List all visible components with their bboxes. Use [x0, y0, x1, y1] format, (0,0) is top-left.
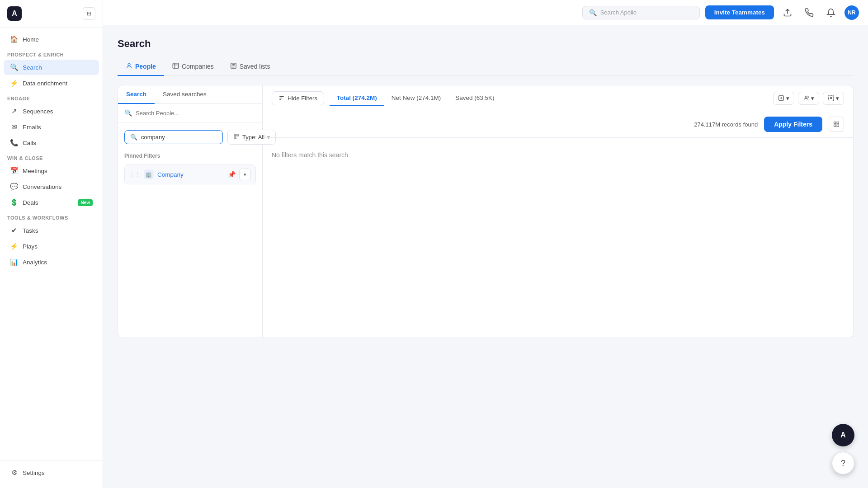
panel-tabs-group: Total (274.2M) Net New (274.1M) Saved (6…: [330, 91, 768, 105]
add-person-chevron-icon: ▾: [811, 95, 814, 102]
sidebar-item-label: Meetings: [23, 168, 47, 174]
sidebar-item-label: Data enrichment: [23, 80, 67, 87]
hide-filters-button[interactable]: Hide Filters: [272, 91, 324, 105]
search-apollo-input[interactable]: 🔍 Search Apollo: [582, 6, 700, 19]
sidebar-footer: ⚙ Settings: [0, 460, 103, 488]
phone-icon-button[interactable]: [801, 5, 817, 21]
sidebar-item-data-enrichment[interactable]: ⚡ Data enrichment: [4, 75, 99, 91]
analytics-icon: 📊: [10, 258, 18, 266]
sequences-icon: ↗: [10, 107, 18, 115]
sidebar-item-analytics[interactable]: 📊 Analytics: [4, 254, 99, 270]
deals-icon: 💲: [10, 198, 18, 206]
tab-people-label: People: [135, 63, 156, 70]
home-icon: 🏠: [10, 35, 18, 43]
panel-tab-net-new[interactable]: Net New (274.1M): [384, 91, 448, 106]
sidebar-item-sequences[interactable]: ↗ Sequences: [4, 103, 99, 119]
type-dropdown-icon: [233, 133, 240, 141]
sidebar-item-deals[interactable]: 💲 Deals New: [4, 195, 99, 210]
svg-rect-15: [834, 122, 836, 124]
sidebar-item-label: Calls: [23, 140, 36, 146]
panel-tab-saved[interactable]: Saved (63.5K): [448, 91, 501, 106]
sidebar-logo: A ⊟: [0, 0, 103, 28]
sidebar-item-label: Deals: [23, 199, 38, 206]
company-filter-label[interactable]: Company: [157, 171, 223, 178]
main-container: 🔍 Search Apollo Invite Teammates NR Sear…: [103, 0, 868, 488]
records-bar: 274.117M records found Apply Filters: [263, 111, 853, 138]
header-actions: ▾ ▾ ▾: [773, 92, 844, 105]
upload-icon-button[interactable]: [779, 5, 796, 21]
pinned-filter-item: ⋮⋮ 🏢 Company 📌 ▾: [124, 164, 256, 184]
sidebar-item-emails[interactable]: ✉ Emails: [4, 119, 99, 135]
grid-view-button[interactable]: [829, 117, 844, 132]
left-tab-search[interactable]: Search: [118, 85, 155, 104]
notification-icon-button[interactable]: [823, 5, 839, 21]
sidebar-nav: 🏠 Home Prospect & enrich 🔍 Search ⚡ Data…: [0, 28, 103, 460]
search-people-input[interactable]: [136, 110, 256, 117]
add-person-button[interactable]: ▾: [798, 92, 819, 105]
filter-search-input[interactable]: [141, 134, 217, 141]
apollo-fab-button[interactable]: A: [832, 424, 854, 446]
user-avatar[interactable]: NR: [844, 5, 859, 20]
sidebar-item-label: Sequences: [23, 108, 53, 115]
type-dropdown-label: Type: All: [242, 134, 264, 141]
svg-rect-18: [837, 125, 839, 127]
filter-search-input-wrap: 🔍: [124, 130, 223, 144]
left-tab-saved-searches[interactable]: Saved searches: [155, 85, 215, 104]
sidebar-item-label: Analytics: [23, 259, 47, 266]
svg-point-1: [128, 64, 130, 66]
two-panel: Search Saved searches 🔍 🔍: [118, 85, 854, 338]
panel-tab-total[interactable]: Total (274.2M): [330, 91, 384, 106]
topbar-search-placeholder: Search Apollo: [600, 9, 637, 16]
sidebar: A ⊟ 🏠 Home Prospect & enrich 🔍 Search ⚡ …: [0, 0, 103, 488]
view-options-button[interactable]: ▾: [823, 92, 844, 105]
sidebar-item-home[interactable]: 🏠 Home: [4, 32, 99, 47]
help-fab-button[interactable]: ?: [832, 452, 854, 474]
help-fab-icon: ?: [841, 459, 845, 468]
sidebar-item-search[interactable]: 🔍 Search: [4, 60, 99, 75]
sidebar-item-label: Conversations: [23, 183, 61, 190]
sidebar-item-meetings[interactable]: 📅 Meetings: [4, 163, 99, 178]
tab-people[interactable]: People: [118, 58, 164, 76]
collapse-sidebar-button[interactable]: ⊟: [83, 7, 95, 20]
search-people-icon: 🔍: [124, 109, 132, 117]
export-button[interactable]: ▾: [773, 92, 794, 105]
tab-saved-lists-label: Saved lists: [240, 63, 270, 70]
apply-filters-button[interactable]: Apply Filters: [764, 117, 822, 132]
tab-saved-lists[interactable]: Saved lists: [222, 58, 278, 76]
company-filter-icon: 🏢: [144, 169, 154, 179]
sidebar-section-tools: Tools & workflows: [0, 211, 103, 222]
svg-rect-2: [173, 63, 179, 68]
sidebar-item-plays[interactable]: ⚡ Plays: [4, 239, 99, 254]
fab-container: A ?: [832, 424, 854, 474]
sidebar-item-tasks[interactable]: ✔ Tasks: [4, 223, 99, 238]
svg-rect-6: [234, 137, 236, 139]
page-content: Search People Companies Saved lists: [103, 25, 868, 488]
sidebar-section-engage: Engage: [0, 91, 103, 103]
calls-icon: 📞: [10, 139, 18, 147]
apollo-fab-icon: A: [840, 431, 846, 439]
pin-icon: 📌: [228, 171, 236, 178]
drag-handle-icon[interactable]: ⋮⋮: [129, 171, 140, 178]
filter-expand-button[interactable]: ▾: [239, 169, 251, 180]
sidebar-item-settings[interactable]: ⚙ Settings: [4, 465, 99, 480]
sidebar-item-calls[interactable]: 📞 Calls: [4, 135, 99, 150]
saved-lists-tab-icon: [230, 62, 237, 70]
sidebar-item-label: Tasks: [23, 227, 38, 234]
app-logo: A: [7, 6, 22, 21]
invite-teammates-button[interactable]: Invite Teammates: [705, 5, 774, 19]
no-filters-area: No filters match this search: [263, 138, 853, 338]
svg-rect-17: [834, 125, 836, 127]
enrichment-icon: ⚡: [10, 79, 18, 87]
tasks-icon: ✔: [10, 226, 18, 235]
sidebar-item-label: Plays: [23, 243, 38, 250]
tab-companies-label: Companies: [182, 63, 214, 70]
emails-icon: ✉: [10, 123, 18, 131]
filters-area: 🔍 Type: All ▾ Pinned Filters: [118, 122, 262, 338]
meetings-icon: 📅: [10, 167, 18, 175]
sidebar-item-conversations[interactable]: 💬 Conversations: [4, 179, 99, 194]
main-tabs: People Companies Saved lists: [118, 58, 854, 76]
tab-companies[interactable]: Companies: [164, 58, 222, 76]
sidebar-item-label: Search: [23, 64, 42, 71]
companies-tab-icon: [172, 62, 179, 70]
conversations-icon: 💬: [10, 183, 18, 191]
